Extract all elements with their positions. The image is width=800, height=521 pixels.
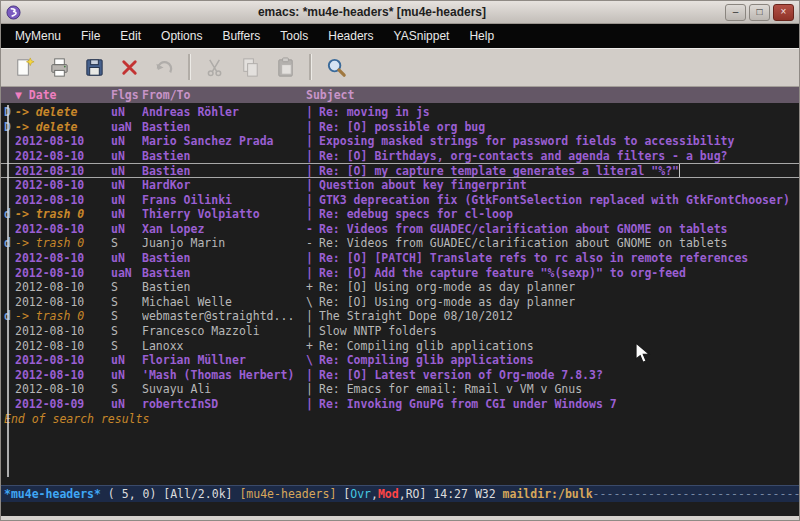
echo-area[interactable] bbox=[1, 502, 799, 516]
date-cell: 2012-08-10 bbox=[15, 193, 111, 208]
subject-cell: Re: [O] Using org-mode as day planner bbox=[319, 295, 799, 310]
modeline-buffer-name: *mu4e-headers* bbox=[4, 487, 101, 501]
maximize-button[interactable]: □ bbox=[749, 4, 770, 21]
message-row[interactable]: 2012-08-10 S Bastien + Re: [O] Using org… bbox=[1, 280, 799, 295]
copy-button bbox=[235, 52, 265, 82]
from-cell: Lanoxx bbox=[142, 339, 306, 354]
flags-cell: uaN bbox=[111, 266, 142, 281]
modeline[interactable]: *mu4e-headers* ( 5, 0) [All/2.0k] [mu4e-… bbox=[1, 485, 799, 502]
menu-yasnippet[interactable]: YASnippet bbox=[384, 26, 460, 46]
from-column-header[interactable]: From/To bbox=[142, 88, 306, 102]
modeline-plain: ,RO] bbox=[399, 487, 434, 501]
flags-cell: S bbox=[111, 324, 142, 339]
undo-icon bbox=[153, 56, 176, 79]
flags-cell: S bbox=[111, 309, 142, 324]
subject-cell: Exposing masked strings for password fie… bbox=[319, 134, 799, 149]
from-cell: Michael Welle bbox=[142, 295, 306, 310]
subject-cell: Re: Emacs for email: Rmail v VM v Gnus bbox=[319, 382, 799, 397]
menu-edit[interactable]: Edit bbox=[110, 26, 151, 46]
menu-help[interactable]: Help bbox=[459, 26, 504, 46]
date-column-header[interactable]: ▼ Date bbox=[15, 88, 111, 102]
message-row[interactable]: 2012-08-10 uN Bastien | Re: [O] my captu… bbox=[1, 163, 799, 178]
date-cell: 2012-08-10 bbox=[15, 149, 111, 164]
thread-separator-cell: | bbox=[306, 134, 319, 149]
thread-separator-cell: | bbox=[306, 207, 319, 222]
message-row[interactable]: 2012-08-10 uN Florian Müllner \ Re: Comp… bbox=[1, 353, 799, 368]
message-row[interactable]: 2012-08-10 S Lanoxx + Re: Compiling glib… bbox=[1, 339, 799, 354]
menu-file[interactable]: File bbox=[71, 26, 110, 46]
message-row[interactable]: D -> delete uaN Bastien | Re: [O] possib… bbox=[1, 120, 799, 135]
thread-separator-cell: | bbox=[306, 324, 319, 339]
modeline-plain: [ bbox=[336, 487, 350, 501]
minimize-button[interactable]: – bbox=[725, 4, 746, 21]
message-row[interactable]: 2012-08-10 uN Bastien | Re: [O] [PATCH] … bbox=[1, 251, 799, 266]
close-button[interactable]: × bbox=[773, 4, 794, 21]
thread-separator-cell: | bbox=[306, 120, 319, 135]
modeline-ovr: Ovr bbox=[350, 487, 371, 501]
thread-separator-cell: | bbox=[306, 105, 319, 120]
flags-cell: S bbox=[111, 280, 142, 295]
message-row[interactable]: 2012-08-10 S Michael Welle \ Re: [O] Usi… bbox=[1, 295, 799, 310]
modeline-dashes: ----------------------------------------… bbox=[593, 487, 799, 501]
toolbar-separator bbox=[188, 54, 191, 80]
flags-cell: uN bbox=[111, 368, 142, 383]
modeline-plain: 14:27 W32 bbox=[433, 487, 502, 501]
message-row[interactable]: 2012-08-10 uN 'Mash (Thomas Herbert) | R… bbox=[1, 368, 799, 383]
subject-cell: Re: [O] Birthdays, org-contacts and agen… bbox=[319, 149, 799, 164]
new-file-button[interactable] bbox=[9, 52, 39, 82]
subject-cell: Question about key fingerprint bbox=[319, 178, 799, 193]
subject-cell: The Straight Dope 08/10/2012 bbox=[319, 309, 799, 324]
menu-buffers[interactable]: Buffers bbox=[212, 26, 270, 46]
message-row[interactable]: 2012-08-10 S Francesco Mazzoli | Slow NN… bbox=[1, 324, 799, 339]
date-cell: 2012-08-09 bbox=[15, 397, 111, 412]
subject-cell: Re: [O] Add the capture feature "%(sexp)… bbox=[319, 266, 799, 281]
menu-mymenu[interactable]: MyMenu bbox=[5, 26, 71, 46]
emacs-icon bbox=[6, 4, 22, 20]
subject-column-header[interactable]: Subject bbox=[306, 88, 799, 102]
thread-separator-cell: | bbox=[306, 251, 319, 266]
toolbar-separator bbox=[309, 54, 312, 80]
message-row[interactable]: d -> trash 0 S Juanjo Marin - Re: Videos… bbox=[1, 236, 799, 251]
menu-headers[interactable]: Headers bbox=[318, 26, 383, 46]
date-cell: 2012-08-10 bbox=[15, 353, 111, 368]
thread-separator-cell: | bbox=[306, 178, 319, 193]
message-row[interactable]: 2012-08-10 uN HardKor | Question about k… bbox=[1, 178, 799, 193]
subject-cell: Re: Videos from GUADEC/clarification abo… bbox=[319, 222, 799, 237]
message-row[interactable]: 2012-08-10 uN Bastien | Re: [O] Birthday… bbox=[1, 149, 799, 164]
date-cell: 2012-08-10 bbox=[15, 339, 111, 354]
subject-cell: Re: Videos from GUADEC/clarification abo… bbox=[319, 236, 799, 251]
scrollbar[interactable] bbox=[7, 105, 9, 477]
date-cell: 2012-08-10 bbox=[15, 324, 111, 339]
save-button[interactable] bbox=[79, 52, 109, 82]
paste-icon bbox=[274, 56, 297, 79]
search-button[interactable] bbox=[321, 52, 351, 82]
from-cell: 'Mash (Thomas Herbert) bbox=[142, 368, 306, 383]
message-row[interactable]: 2012-08-10 S Suvayu Ali | Re: Emacs for … bbox=[1, 382, 799, 397]
message-row[interactable]: 2012-08-10 uN Mario Sanchez Prada | Expo… bbox=[1, 134, 799, 149]
menu-tools[interactable]: Tools bbox=[270, 26, 318, 46]
subject-cell: Re: edebug specs for cl-loop bbox=[319, 207, 799, 222]
message-row[interactable]: D -> delete uN Andreas Röhler | Re: movi… bbox=[1, 105, 799, 120]
message-row[interactable]: 2012-08-09 uN robertcInSD | Re: Invoking… bbox=[1, 397, 799, 412]
message-row[interactable]: 2012-08-10 uN Frans Oilinki | GTK3 depre… bbox=[1, 193, 799, 208]
thread-separator-cell: | bbox=[306, 149, 319, 164]
titlebar[interactable]: emacs: *mu4e-headers* [mu4e-headers] – □… bbox=[1, 1, 799, 24]
message-row[interactable]: 2012-08-10 uN Xan Lopez - Re: Videos fro… bbox=[1, 222, 799, 237]
menu-options[interactable]: Options bbox=[151, 26, 212, 46]
thread-separator-cell: | bbox=[306, 397, 319, 412]
flags-cell: uN bbox=[111, 105, 142, 120]
from-cell: HardKor bbox=[142, 178, 306, 193]
close-buffer-button[interactable] bbox=[114, 52, 144, 82]
message-row[interactable]: d -> trash 0 uN Thierry Volpiatto | Re: … bbox=[1, 207, 799, 222]
message-row[interactable]: d -> trash 0 S webmaster@straightd... | … bbox=[1, 309, 799, 324]
from-cell: Thierry Volpiatto bbox=[142, 207, 306, 222]
flags-column-header[interactable]: Flgs bbox=[111, 88, 142, 102]
headers-buffer[interactable]: D -> delete uN Andreas Röhler | Re: movi… bbox=[1, 103, 799, 485]
end-of-results: End of search results bbox=[1, 412, 799, 427]
message-list: D -> delete uN Andreas Röhler | Re: movi… bbox=[1, 105, 799, 411]
print-icon bbox=[48, 56, 71, 79]
subject-cell: Re: [O] possible org bug bbox=[319, 120, 799, 135]
close-icon bbox=[118, 56, 141, 79]
print-button[interactable] bbox=[44, 52, 74, 82]
message-row[interactable]: 2012-08-10 uaN Bastien | Re: [O] Add the… bbox=[1, 266, 799, 281]
